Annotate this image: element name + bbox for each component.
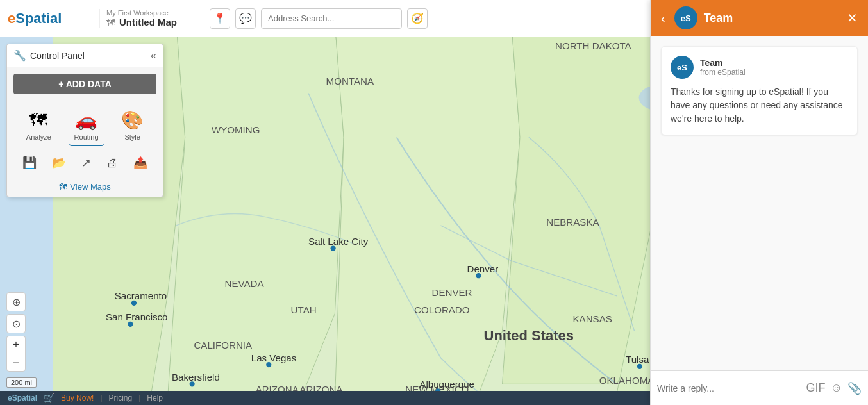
logo-e: e: [8, 10, 15, 26]
chat-avatar: eS: [674, 6, 697, 29]
svg-text:MONTANA: MONTANA: [326, 76, 374, 87]
svg-text:COLORADO: COLORADO: [414, 304, 470, 315]
chat-messages[interactable]: eS Team from eSpatial Thanks for signing…: [651, 36, 868, 370]
workspace-area: My First Workspace 🗺 Untitled Map: [99, 9, 202, 28]
svg-text:Albuquerque: Albuquerque: [419, 379, 474, 390]
footer-sep-1: |: [100, 393, 102, 402]
chat-close-button[interactable]: ✕: [844, 8, 860, 28]
svg-text:ARIZONA: ARIZONA: [299, 384, 343, 391]
svg-text:Salt Lake City: Salt Lake City: [308, 236, 369, 247]
export-button[interactable]: 📤: [129, 153, 151, 172]
toolbar-area: 📍 💬 🧭: [202, 8, 435, 29]
logo-area: eSpatial: [0, 10, 99, 27]
address-search-input[interactable]: [261, 8, 402, 29]
svg-text:Denver: Denver: [467, 263, 499, 274]
style-tool[interactable]: 🎨 Style: [116, 106, 149, 146]
sender-from: from eSpatial: [700, 68, 746, 77]
map-title[interactable]: Untitled Map: [119, 17, 177, 28]
routing-tool[interactable]: 🚗 Routing: [69, 106, 104, 146]
buy-now-link[interactable]: Buy Now!: [61, 393, 94, 402]
view-maps-row: 🗺 View Maps: [7, 178, 163, 197]
svg-marker-7: [167, 37, 344, 391]
routing-icon: 🚗: [75, 110, 97, 131]
print-button[interactable]: 🖨: [103, 153, 122, 172]
svg-text:NORTH DAKOTA: NORTH DAKOTA: [555, 40, 632, 51]
chat-panel: ‹ eS Team ✕ eS Team from eSpatial Thanks…: [650, 0, 868, 405]
svg-text:Bakersfield: Bakersfield: [172, 372, 220, 383]
footer-sep-2: |: [138, 393, 140, 402]
help-link[interactable]: Help: [147, 393, 163, 402]
style-label: Style: [124, 133, 140, 141]
svg-text:OKLAHOMA: OKLAHOMA: [599, 375, 655, 386]
message-text: Thanks for signing up to eSpatial! If yo…: [671, 85, 848, 126]
logo-rest: Spatial: [15, 10, 62, 26]
svg-text:Tulsa: Tulsa: [626, 354, 649, 365]
map-icon: 🗺: [106, 17, 115, 28]
sender-name: Team: [700, 58, 746, 68]
chat-header: ‹ eS Team ✕: [651, 0, 868, 36]
chat-title: Team: [704, 12, 838, 25]
svg-text:UTAH: UTAH: [291, 304, 317, 315]
zoom-in-button[interactable]: +: [6, 336, 26, 354]
style-icon: 🎨: [121, 110, 144, 131]
logo[interactable]: eSpatial: [8, 10, 62, 27]
svg-text:Sacramento: Sacramento: [115, 290, 167, 301]
add-data-button[interactable]: + ADD DATA: [13, 74, 156, 94]
svg-text:ARIZONA: ARIZONA: [256, 384, 299, 391]
chat-message-card: eS Team from eSpatial Thanks for signing…: [661, 46, 858, 135]
pricing-link[interactable]: Pricing: [109, 393, 133, 402]
svg-text:NEBRASKA: NEBRASKA: [546, 217, 599, 227]
message-header: eS Team from eSpatial: [671, 56, 848, 79]
collapse-button[interactable]: «: [151, 50, 156, 62]
cp-title-area: 🔧 Control Panel: [13, 49, 85, 62]
svg-text:KANSAS: KANSAS: [573, 313, 612, 324]
navigation-button[interactable]: 🧭: [407, 8, 428, 29]
analyze-icon: 🗺: [29, 110, 47, 131]
location-button[interactable]: 📍: [210, 8, 230, 29]
zoom-extent-button[interactable]: ⊕: [6, 292, 26, 311]
chat-back-button[interactable]: ‹: [658, 8, 668, 28]
zoom-out-button[interactable]: −: [6, 354, 26, 372]
svg-text:United States: United States: [484, 327, 574, 343]
gif-button[interactable]: GIF: [806, 381, 826, 395]
tool-icons: 🗺 Analyze 🚗 Routing 🎨 Style: [7, 101, 163, 149]
attach-button[interactable]: 📎: [847, 381, 862, 395]
routing-label: Routing: [74, 133, 99, 141]
footer-brand: eSpatial: [8, 393, 37, 402]
action-icons: 💾 📂 ↗ 🖨 📤: [7, 149, 163, 178]
svg-text:NEVADA: NEVADA: [225, 278, 265, 289]
view-maps-button[interactable]: 🗺 View Maps: [59, 182, 110, 192]
workspace-label: My First Workspace: [106, 9, 196, 17]
svg-text:CALIFORNIA: CALIFORNIA: [194, 340, 253, 351]
map-controls: ⊕ ⊙ + −: [6, 292, 26, 372]
share-button[interactable]: ↗: [78, 153, 95, 172]
svg-text:WYOMING: WYOMING: [212, 124, 260, 135]
compass-button[interactable]: ⊙: [6, 314, 26, 333]
svg-text:San Francisco: San Francisco: [106, 311, 168, 322]
open-button[interactable]: 📂: [48, 153, 70, 172]
analyze-label: Analyze: [26, 133, 51, 141]
sender-info: Team from eSpatial: [700, 58, 746, 77]
control-panel: 🔧 Control Panel « + ADD DATA 🗺 Analyze 🚗…: [6, 44, 163, 197]
control-panel-title: Control Panel: [30, 51, 85, 61]
wrench-icon: 🔧: [13, 49, 26, 62]
save-button[interactable]: 💾: [19, 153, 40, 172]
reply-input[interactable]: [657, 383, 801, 393]
speech-bubble-button[interactable]: 💬: [235, 8, 256, 29]
map-title-area: 🗺 Untitled Map: [106, 17, 196, 28]
message-avatar: eS: [671, 56, 694, 79]
map-small-icon: 🗺: [59, 182, 67, 192]
cart-icon: 🛒: [44, 393, 54, 403]
scale-bar: 200 mi: [6, 377, 37, 388]
control-panel-header: 🔧 Control Panel «: [7, 44, 163, 67]
chat-input-area: GIF ☺ 📎: [651, 370, 868, 405]
svg-text:Las Vegas: Las Vegas: [251, 352, 297, 363]
svg-text:DENVER: DENVER: [432, 287, 472, 298]
emoji-button[interactable]: ☺: [831, 381, 842, 395]
zoom-controls: + −: [6, 336, 26, 372]
analyze-tool[interactable]: 🗺 Analyze: [21, 106, 56, 146]
